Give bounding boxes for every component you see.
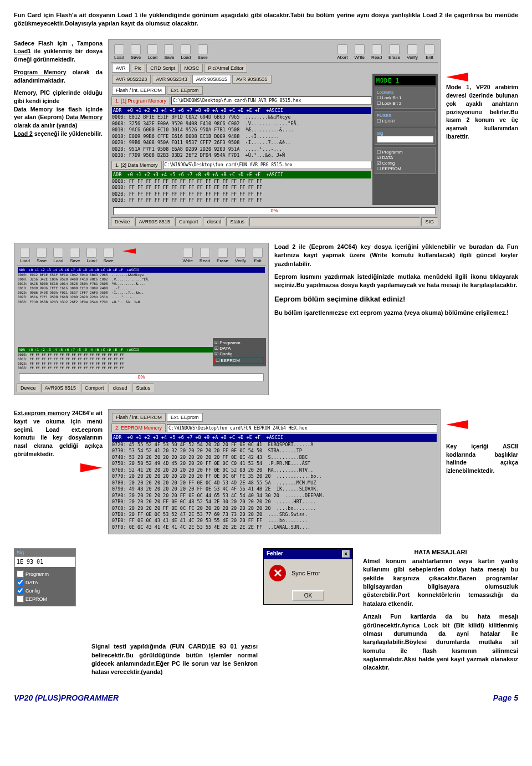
- screenshot-1: Load Save Load Save Load Save Abort Writ…: [108, 39, 441, 229]
- status-bar: DeviceAVR90S 8515 Comportclosed StatusSI…: [111, 217, 438, 226]
- exit-button[interactable]: Exit: [422, 43, 437, 61]
- save-icon: [164, 44, 174, 54]
- abort-icon: [337, 44, 347, 54]
- lock2-checkbox[interactable]: ☐ Lock Bit 2: [377, 101, 433, 106]
- tab-8535[interactable]: AVR 90S8535: [232, 75, 271, 84]
- error-dialog: Fehler × ✕ Sync Error OK: [263, 548, 353, 605]
- data-checkbox[interactable]: ☑ DATA: [377, 155, 433, 160]
- s4-right: HATA MESAJLARI Atmel konum anahtarlarını…: [363, 548, 518, 676]
- save-button[interactable]: Save: [129, 43, 143, 61]
- eeprom-checkbox-hl[interactable]: ☐ EEPROM: [214, 357, 264, 364]
- write-icon: [355, 44, 365, 54]
- erase-icon: [390, 44, 400, 54]
- eeprom-checkbox[interactable]: ☐ EEPROM: [377, 166, 433, 171]
- exit-icon: [424, 44, 434, 54]
- prog-mem-label: 1. [1] Program Memory: [111, 96, 170, 105]
- sig-value: 1E 93 01: [14, 556, 75, 567]
- save3-button[interactable]: Save: [195, 43, 209, 61]
- fstrt-checkbox[interactable]: ☐ FSTRT: [377, 119, 433, 124]
- prog-mem-path: C:\WINDOWS\Desktop\fun card\FUN AVR PRG …: [171, 96, 372, 105]
- close-icon[interactable]: ×: [342, 550, 350, 558]
- save-icon: [198, 44, 208, 54]
- ok-button[interactable]: OK: [292, 590, 324, 601]
- hex-view-1: ADR +0 +1 +2 +3 +4 +5 +6 +7 +8 +9 +A +B …: [111, 106, 372, 160]
- load3-button[interactable]: Load: [178, 43, 193, 61]
- config-checkbox[interactable]: ☑ Config: [377, 161, 433, 166]
- s3-right: Key içeriği ASCII kodlarında başlıklar h…: [446, 409, 518, 534]
- abort-button[interactable]: Abort: [335, 43, 350, 61]
- error-msg: Sync Error: [291, 570, 320, 576]
- load-icon: [181, 44, 191, 54]
- s2-text: Load 2 ile (Eeprom 24C64) key dosya içer…: [274, 243, 518, 395]
- side-panel: MODE 1 LockBits ☐ Lock Bit 1 ☐ Lock Bit …: [372, 74, 438, 205]
- mode-display: MODE 1: [375, 76, 436, 85]
- arrow-icon: [446, 420, 468, 429]
- tab-flash[interactable]: Flash / int. EEPROM: [112, 86, 166, 95]
- tab-2323[interactable]: AVR 90S2323: [112, 75, 151, 84]
- tab-8515[interactable]: AVR 90S8515: [192, 75, 231, 84]
- programm-checkbox[interactable]: ☐ Programm: [377, 150, 433, 155]
- hex-view-eeprom: ADR +0 +1 +2 +3 +4 +5 +6 +7 +8 +9 +A +B …: [111, 433, 438, 532]
- eeprom-mem-label: 2. EEPROM Memory: [111, 423, 166, 432]
- save-icon: [131, 44, 141, 54]
- programm-chk[interactable]: Programm: [17, 570, 73, 578]
- erase-button[interactable]: Erase: [386, 43, 402, 61]
- tab-pic[interactable]: Pic: [131, 64, 146, 73]
- read-button[interactable]: Read: [369, 43, 384, 61]
- s1-left: Sadece Flash için , Tampona Load1 ile yü…: [14, 39, 103, 229]
- arrow-icon: [446, 73, 468, 81]
- s1-right: Mode 1, VP20 arabirim devresi üzerinde b…: [446, 39, 518, 229]
- progress-bar: 0%: [113, 207, 436, 215]
- tab-2343[interactable]: AVR 90S2343: [152, 75, 191, 84]
- load-icon: [147, 44, 157, 54]
- load-icon: [114, 44, 124, 54]
- dialog-title: Fehler: [267, 550, 283, 558]
- s3-left: Ext.eeprom memory 24C64'e ait kayıt ve o…: [14, 409, 103, 534]
- eeprom-path: C:\WINDOWS\Desktop\fun card\FUN EEPROM 2…: [167, 424, 437, 432]
- data-mem-path: C:\WINDOWS\Desktop\fun card\FUN AVR PRG …: [163, 161, 372, 169]
- sig-text: Signal testi yapıldığında (FUN CARD)1E 9…: [91, 642, 258, 677]
- data-mem-label: 1. [2] Data Memory: [111, 161, 162, 170]
- verify-button[interactable]: Verify: [405, 43, 420, 61]
- write-button[interactable]: Write: [352, 43, 367, 61]
- screenshot-3: Flash / int. EEPROM Ext. EEprom 2. EEPRO…: [108, 409, 441, 534]
- load-button[interactable]: Load: [112, 43, 126, 61]
- tab-mosc[interactable]: MOSC: [180, 64, 203, 73]
- tab-flash-2[interactable]: Flash / int. EEPROM: [112, 413, 166, 422]
- hex-view-2: ADR +0 +1 +2 +3 +4 +5 +6 +7 +8 +9 +A +B …: [111, 170, 372, 205]
- read-icon: [372, 44, 382, 54]
- arrow-icon: [80, 463, 103, 472]
- footer: VP20 (PLUS)PROGRAMMER Page 5: [14, 693, 518, 702]
- config-chk[interactable]: Config: [17, 587, 73, 594]
- intro-text: Fun Card için Flash'a ait dosyanın Load …: [14, 11, 518, 28]
- toolbar: Load Save Load Save Load Save Abort Writ…: [111, 42, 438, 63]
- tab-crd[interactable]: CRD Script: [146, 64, 179, 73]
- error-icon: ✕: [269, 565, 286, 581]
- load2-button[interactable]: Load: [145, 43, 160, 61]
- verify-icon: [407, 44, 417, 54]
- data-chk[interactable]: DATA: [17, 579, 73, 586]
- tab-exteeprom-2[interactable]: Ext. EEprom: [167, 413, 203, 422]
- eeprom-chk[interactable]: EEPROM: [17, 595, 73, 602]
- lock1-checkbox[interactable]: ☐ Lock Bit 1: [377, 95, 433, 100]
- tab-exteeprom[interactable]: Ext. EEprom: [167, 86, 203, 95]
- screenshot-2: Load Save Load Save Load Save Write Read…: [14, 243, 269, 395]
- sig-panel: Sig 1E 93 01 Programm DATA Config EEPROM: [14, 548, 76, 606]
- tab-avr[interactable]: AVR: [112, 64, 130, 73]
- arrow-icon: [122, 248, 136, 254]
- tab-editor[interactable]: Pic/Atmel Editor: [204, 64, 247, 73]
- save2-button[interactable]: Save: [162, 43, 176, 61]
